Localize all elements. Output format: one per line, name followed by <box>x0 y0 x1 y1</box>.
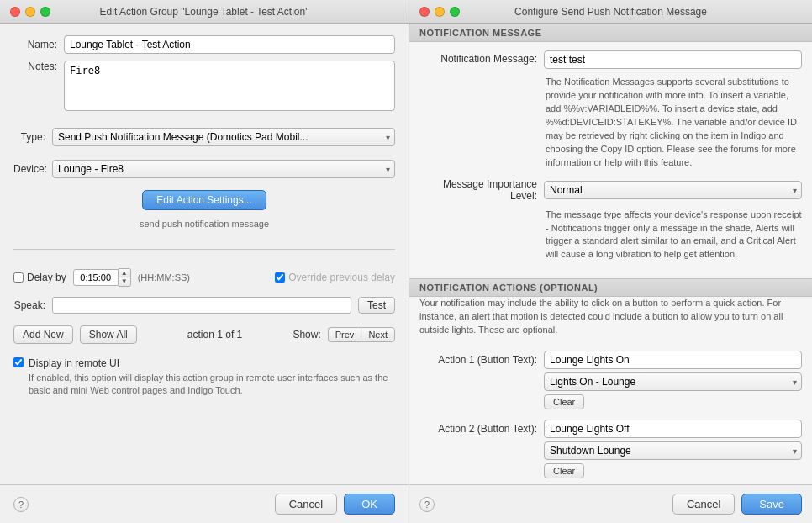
right-titlebar: Configure Send Push Notification Message <box>409 0 812 24</box>
type-label: Type: <box>13 131 45 143</box>
action2-row: Action 2 (Button Text): <box>419 420 802 438</box>
action2-select-wrapper: Shutdown Lounge <box>544 441 802 460</box>
action1-select-row: Lights On - Lounge <box>544 372 802 391</box>
action2-select[interactable]: Shutdown Lounge <box>544 441 802 460</box>
send-push-label: send push notification message <box>13 219 395 229</box>
left-window-title: Edit Action Group "Lounge Tablet - Test … <box>100 6 309 18</box>
action1-input[interactable] <box>544 351 802 369</box>
importance-label: Message Importance Level: <box>419 178 537 202</box>
notif-msg-row: Notification Message: <box>419 50 802 69</box>
show-all-button[interactable]: Show All <box>80 325 137 344</box>
speak-input[interactable] <box>52 297 351 314</box>
stepper-buttons: ▲ ▼ <box>119 268 131 287</box>
importance-select-wrapper: Normal <box>544 181 802 199</box>
notif-msg-input[interactable] <box>544 50 802 69</box>
right-help-button[interactable]: ? <box>419 497 435 512</box>
right-minimize-button[interactable] <box>435 7 445 17</box>
notes-input[interactable]: Fire8 <box>64 61 395 111</box>
delay-stepper: ▲ ▼ <box>73 268 131 287</box>
help-button[interactable]: ? <box>13 497 29 512</box>
nav-buttons: Prev Next <box>328 327 395 342</box>
action2-input[interactable] <box>544 420 802 438</box>
actions-desc: Your notification may include the abilit… <box>409 297 812 337</box>
device-select[interactable]: Lounge - Fire8 <box>52 160 395 178</box>
name-input[interactable] <box>64 35 395 54</box>
type-row: Type: Send Push Notification Message (Do… <box>13 128 395 146</box>
prev-button[interactable]: Prev <box>328 327 361 342</box>
display-remote-text: Display in remote UI If enabled, this op… <box>29 357 395 398</box>
display-remote-checkbox[interactable] <box>13 357 24 367</box>
override-label: Override previous delay <box>275 272 395 283</box>
override-text: Override previous delay <box>288 272 395 283</box>
left-form: Name: Notes: Fire8 Type: Send Push Notif… <box>0 24 409 484</box>
traffic-lights <box>10 7 50 17</box>
right-cancel-button[interactable]: Cancel <box>672 494 735 515</box>
notes-label: Notes: <box>13 61 57 72</box>
add-new-button[interactable]: Add New <box>13 325 73 344</box>
left-bottom-bar: ? Cancel OK <box>0 484 409 523</box>
right-maximize-button[interactable] <box>450 7 460 17</box>
notification-section-header: NOTIFICATION MESSAGE <box>409 24 812 42</box>
action1-select-wrapper: Lights On - Lounge <box>544 372 802 391</box>
importance-select[interactable]: Normal <box>544 181 802 199</box>
notif-msg-label: Notification Message: <box>419 50 537 65</box>
type-select-wrapper: Send Push Notification Message (Domotics… <box>52 128 395 146</box>
action2-item: Action 2 (Button Text): Shutdown Lounge … <box>409 415 812 483</box>
action1-clear-button[interactable]: Clear <box>544 394 584 409</box>
action2-clear-row: Clear <box>544 463 802 478</box>
test-button[interactable]: Test <box>358 297 395 314</box>
action-count: action 1 of 1 <box>144 329 287 341</box>
importance-row: Message Importance Level: Normal <box>419 178 802 202</box>
name-label: Name: <box>13 39 57 50</box>
importance-desc: The message type affects your device's r… <box>546 209 802 262</box>
display-remote-title: Display in remote UI <box>29 357 395 369</box>
right-panel: Configure Send Push Notification Message… <box>409 0 812 523</box>
edit-action-button[interactable]: Edit Action Settings... <box>142 190 266 210</box>
maximize-button[interactable] <box>40 7 50 17</box>
ok-button[interactable]: OK <box>344 494 395 515</box>
delay-label: Delay by <box>27 272 66 283</box>
separator-1 <box>13 249 395 250</box>
delay-input[interactable] <box>73 269 119 286</box>
action2-label: Action 2 (Button Text): <box>419 423 537 435</box>
cancel-button[interactable]: Cancel <box>275 494 337 515</box>
bottom-buttons: Cancel OK <box>275 494 395 515</box>
device-label: Device: <box>13 163 45 175</box>
action-bar: Add New Show All action 1 of 1 Show: Pre… <box>13 325 395 344</box>
display-remote-row: Display in remote UI If enabled, this op… <box>13 357 395 398</box>
override-checkbox[interactable] <box>275 272 285 283</box>
next-button[interactable]: Next <box>361 327 395 342</box>
delay-checkbox[interactable] <box>13 272 24 283</box>
stepper-up[interactable]: ▲ <box>119 269 130 277</box>
left-panel: Edit Action Group "Lounge Tablet - Test … <box>0 0 409 523</box>
notif-desc: The Notification Messages supports sever… <box>546 76 802 170</box>
action1-item: Action 1 (Button Text): Lights On - Loun… <box>409 346 812 415</box>
delay-checkbox-label: Delay by <box>13 272 66 283</box>
right-window-title: Configure Send Push Notification Message <box>514 6 707 18</box>
right-form: NOTIFICATION MESSAGE Notification Messag… <box>409 24 812 484</box>
minimize-button[interactable] <box>25 7 35 17</box>
right-bottom-buttons: Cancel Save <box>672 494 802 515</box>
type-select[interactable]: Send Push Notification Message (Domotics… <box>52 128 395 146</box>
notification-section-body: Notification Message: The Notification M… <box>409 42 812 278</box>
delay-row: Delay by ▲ ▼ (HH:MM:SS) Override previou… <box>13 268 395 287</box>
notes-row: Notes: Fire8 <box>13 61 395 111</box>
action1-label: Action 1 (Button Text): <box>419 354 537 366</box>
right-bottom-bar: ? Cancel Save <box>409 484 812 523</box>
device-row: Device: Lounge - Fire8 <box>13 160 395 178</box>
speak-label: Speak: <box>13 299 45 311</box>
speak-row: Speak: Test <box>13 297 395 314</box>
left-titlebar: Edit Action Group "Lounge Tablet - Test … <box>0 0 409 24</box>
save-button[interactable]: Save <box>741 494 802 515</box>
stepper-down[interactable]: ▼ <box>119 277 130 286</box>
close-button[interactable] <box>10 7 20 17</box>
right-close-button[interactable] <box>419 7 430 17</box>
action1-select[interactable]: Lights On - Lounge <box>544 372 802 391</box>
action2-select-row: Shutdown Lounge <box>544 441 802 460</box>
device-select-wrapper: Lounge - Fire8 <box>52 160 395 178</box>
action1-clear-row: Clear <box>544 394 802 409</box>
action1-row: Action 1 (Button Text): <box>419 351 802 369</box>
actions-section-header: NOTIFICATION ACTIONS (OPTIONAL) <box>409 278 812 297</box>
name-row: Name: <box>13 35 395 54</box>
action2-clear-button[interactable]: Clear <box>544 463 584 478</box>
